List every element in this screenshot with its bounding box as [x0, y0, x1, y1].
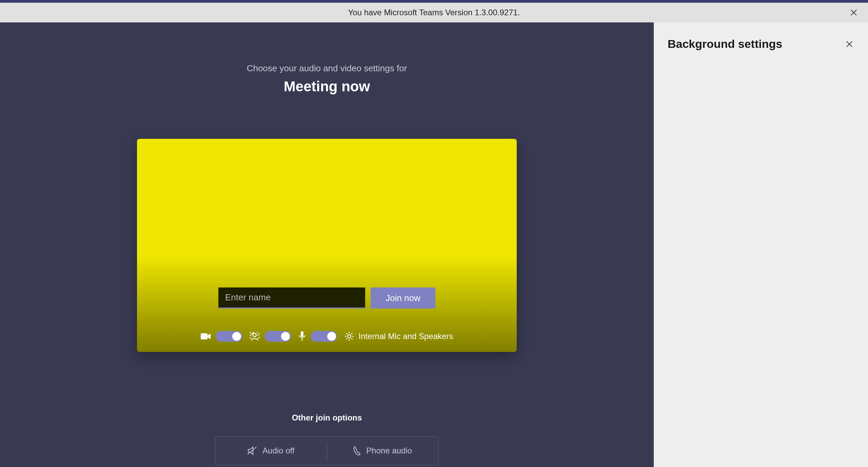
microphone-icon: [298, 331, 306, 341]
device-settings-button[interactable]: Internal Mic and Speakers: [344, 332, 453, 341]
device-settings-label: Internal Mic and Speakers: [359, 332, 453, 341]
microphone-control: [298, 331, 337, 342]
phone-audio-option[interactable]: Phone audio: [327, 446, 439, 455]
background-settings-title: Background settings: [668, 37, 782, 51]
audio-off-label: Audio off: [262, 446, 294, 455]
name-join-row: Join now: [137, 287, 517, 309]
gear-icon: [344, 332, 354, 341]
svg-point-1: [253, 333, 256, 337]
banner-close-button[interactable]: [849, 8, 859, 17]
svg-point-4: [348, 335, 351, 338]
svg-line-10: [351, 338, 352, 339]
version-banner-text: You have Microsoft Teams Version 1.3.00.…: [348, 8, 520, 17]
background-settings-close-button[interactable]: [844, 39, 854, 49]
svg-rect-2: [301, 331, 303, 337]
join-now-button[interactable]: Join now: [371, 287, 435, 309]
background-effects-icon: [250, 332, 260, 341]
svg-rect-0: [201, 333, 208, 339]
av-controls-row: Internal Mic and Speakers: [137, 331, 517, 342]
title-bar-strip: [0, 0, 868, 3]
background-settings-panel: Background settings: [654, 22, 868, 467]
other-join-options-box: Audio off Phone audio: [215, 436, 439, 465]
svg-line-11: [351, 333, 352, 334]
svg-line-12: [346, 338, 347, 339]
meeting-title: Meeting now: [284, 78, 370, 95]
version-banner: You have Microsoft Teams Version 1.3.00.…: [0, 3, 868, 22]
speaker-off-icon: [248, 446, 258, 455]
svg-line-9: [346, 333, 347, 334]
camera-icon: [201, 333, 211, 340]
camera-control: [201, 331, 242, 342]
audio-off-option[interactable]: Audio off: [215, 446, 327, 455]
background-effects-control: [250, 331, 291, 342]
camera-toggle[interactable]: [216, 331, 242, 342]
background-settings-header: Background settings: [654, 22, 868, 51]
prejoin-area: Choose your audio and video settings for…: [0, 22, 654, 467]
prejoin-lead-text: Choose your audio and video settings for: [247, 63, 407, 74]
other-join-options-heading: Other join options: [292, 413, 362, 423]
workspace: Choose your audio and video settings for…: [0, 22, 868, 467]
phone-audio-label: Phone audio: [366, 446, 412, 455]
microphone-toggle[interactable]: [311, 331, 337, 342]
phone-icon: [353, 446, 361, 455]
name-input[interactable]: [218, 287, 365, 309]
background-effects-toggle[interactable]: [264, 331, 291, 342]
close-icon: [846, 41, 853, 48]
close-icon: [850, 9, 857, 16]
video-preview-card: Join now: [137, 139, 517, 352]
